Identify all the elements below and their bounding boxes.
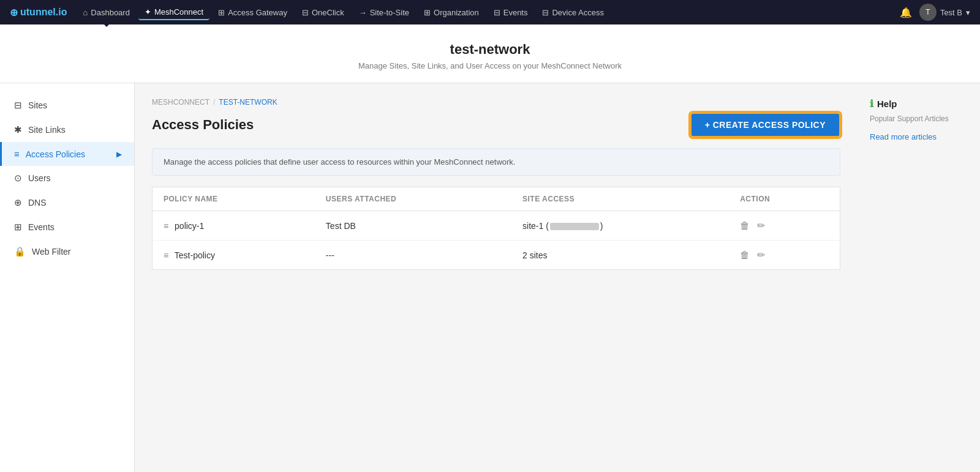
edit-icon[interactable]: ✏ xyxy=(757,220,765,231)
users-cell: Test DB xyxy=(315,211,511,241)
events-icon: ⊟ xyxy=(494,8,500,17)
chevron-right-icon: ▶ xyxy=(116,150,122,159)
create-access-policy-button[interactable]: + CREATE ACCESS POLICY xyxy=(690,113,840,137)
nav-item-site-to-site[interactable]: → Site-to-Site xyxy=(353,6,415,20)
top-navigation: ⊕utunnel.io ⌂ Dashboard ✦ MeshConnect ⊞ … xyxy=(0,0,980,24)
avatar: T xyxy=(919,4,937,21)
table-row: ≡ policy-1 Test DB site-1 () 🗑 ✏ xyxy=(153,211,840,241)
table-row: ≡ Test-policy --- 2 sites 🗑 ✏ xyxy=(153,241,840,270)
sidebar-item-events[interactable]: ⊞ Events xyxy=(0,215,134,239)
title-row: Access Policies + CREATE ACCESS POLICY xyxy=(152,113,840,137)
breadcrumb-current[interactable]: TEST-NETWORK xyxy=(219,98,277,107)
help-icon: ℹ xyxy=(870,98,873,110)
col-users-attached: USERS ATTACHED xyxy=(315,187,511,211)
notification-bell[interactable]: 🔔 xyxy=(900,7,912,18)
access-gateway-icon: ⊞ xyxy=(218,8,225,17)
page-header: test-network Manage Sites, Site Links, a… xyxy=(0,24,980,83)
sidebar-item-label: Site Links xyxy=(28,125,66,135)
logo[interactable]: ⊕utunnel.io xyxy=(10,7,67,18)
username-label: Test B xyxy=(940,8,962,17)
sidebar-item-web-filter[interactable]: 🔒 Web Filter xyxy=(0,239,134,264)
action-cell: 🗑 ✏ xyxy=(729,211,840,241)
sidebar-item-dns[interactable]: ⊕ DNS xyxy=(0,190,134,215)
sidebar-item-users[interactable]: ⊙ Users xyxy=(0,166,134,190)
edit-icon[interactable]: ✏ xyxy=(757,249,765,261)
users-cell: --- xyxy=(315,241,511,270)
chevron-down-icon: ▾ xyxy=(966,8,970,17)
policy-name-cell: ≡ Test-policy xyxy=(153,241,315,270)
delete-icon[interactable]: 🗑 xyxy=(740,220,750,231)
breadcrumb: MESHCONNECT / TEST-NETWORK xyxy=(152,98,840,107)
nav-item-meshconnect[interactable]: ✦ MeshConnect xyxy=(138,5,209,20)
site-access-cell: site-1 () xyxy=(511,211,729,241)
sidebar: ⊟ Sites ✱ Site Links ≡ Access Policies ▶… xyxy=(0,83,135,472)
col-policy-name: POLICY NAME xyxy=(153,187,315,211)
sidebar-item-site-links[interactable]: ✱ Site Links xyxy=(0,118,134,142)
info-text: Manage the access policies that define u… xyxy=(164,157,515,167)
policy-name-cell: ≡ policy-1 xyxy=(153,211,315,241)
organization-icon: ⊞ xyxy=(424,8,431,17)
dashboard-icon: ⌂ xyxy=(83,8,88,17)
sidebar-item-sites[interactable]: ⊟ Sites xyxy=(0,93,134,118)
page-title: Access Policies xyxy=(152,117,254,133)
nav-item-oneclick[interactable]: ⊟ OneClick xyxy=(296,6,350,20)
users-icon: ⊙ xyxy=(14,173,22,184)
dns-icon: ⊕ xyxy=(14,197,22,208)
sidebar-item-label: Sites xyxy=(28,100,47,110)
read-more-link[interactable]: Read more articles xyxy=(870,132,937,141)
sidebar-item-label: Events xyxy=(28,222,55,232)
meshconnect-icon: ✦ xyxy=(145,7,151,17)
sites-icon: ⊟ xyxy=(14,100,22,111)
network-title: test-network xyxy=(0,42,980,58)
policy-list-icon: ≡ xyxy=(164,221,168,231)
policy-table: POLICY NAME USERS ATTACHED SITE ACCESS A… xyxy=(152,187,840,270)
breadcrumb-parent[interactable]: MESHCONNECT xyxy=(152,98,209,107)
site-access-cell: 2 sites xyxy=(511,241,729,270)
nav-item-organization[interactable]: ⊞ Organization xyxy=(418,6,485,20)
help-subtitle: Popular Support Articles xyxy=(870,114,968,123)
nav-item-device-access[interactable]: ⊟ Device Access xyxy=(536,6,610,20)
device-access-icon: ⊟ xyxy=(542,8,549,17)
sidebar-item-label: Access Policies xyxy=(26,149,85,159)
events-sidebar-icon: ⊞ xyxy=(14,222,22,233)
sidebar-item-access-policies[interactable]: ≡ Access Policies ▶ xyxy=(0,142,134,166)
nav-item-events[interactable]: ⊟ Events xyxy=(488,6,534,20)
sidebar-item-label: DNS xyxy=(28,198,47,208)
user-menu[interactable]: T Test B ▾ xyxy=(919,4,970,21)
site-links-icon: ✱ xyxy=(14,124,22,135)
nav-item-dashboard[interactable]: ⌂ Dashboard xyxy=(77,6,135,20)
main-content: MESHCONNECT / TEST-NETWORK Access Polici… xyxy=(135,83,858,472)
redacted-value xyxy=(550,223,599,230)
breadcrumb-separator: / xyxy=(213,98,215,107)
sidebar-item-label: Users xyxy=(28,173,51,183)
nav-item-access-gateway[interactable]: ⊞ Access Gateway xyxy=(212,6,293,20)
col-site-access: SITE ACCESS xyxy=(511,187,729,211)
info-box: Manage the access policies that define u… xyxy=(152,148,840,176)
delete-icon[interactable]: 🗑 xyxy=(740,250,750,261)
site-to-site-icon: → xyxy=(359,8,367,17)
access-policies-icon: ≡ xyxy=(14,149,20,159)
web-filter-icon: 🔒 xyxy=(14,246,26,257)
sidebar-item-label: Web Filter xyxy=(32,247,71,257)
help-panel: ℹ Help Popular Support Articles Read mor… xyxy=(858,83,980,472)
policy-list-icon: ≡ xyxy=(164,250,168,260)
help-title: ℹ Help xyxy=(870,98,968,110)
oneclick-icon: ⊟ xyxy=(302,8,309,17)
col-action: ACTION xyxy=(729,187,840,211)
table-header: POLICY NAME USERS ATTACHED SITE ACCESS A… xyxy=(153,187,840,211)
action-cell: 🗑 ✏ xyxy=(729,241,840,270)
network-subtitle: Manage Sites, Site Links, and User Acces… xyxy=(0,61,980,70)
